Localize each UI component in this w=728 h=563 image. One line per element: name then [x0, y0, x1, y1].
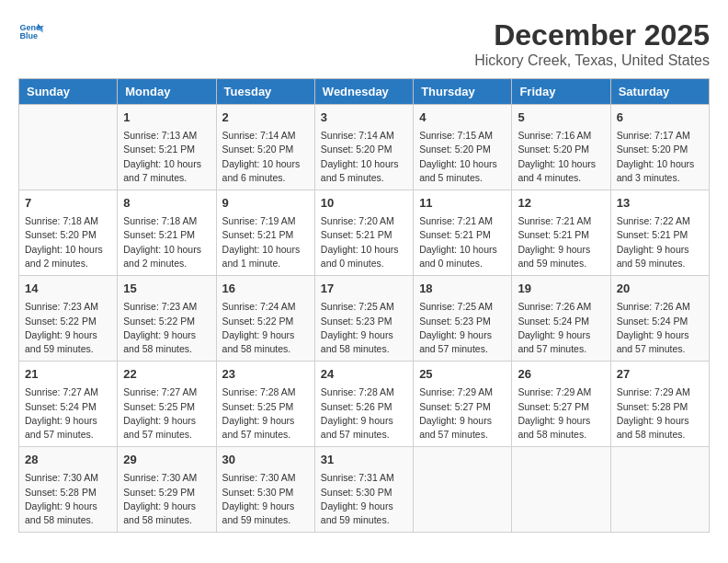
day-info: Sunrise: 7:22 AM Sunset: 5:21 PM Dayligh… [617, 214, 703, 270]
logo: General Blue [18, 18, 44, 44]
calendar-cell: 20Sunrise: 7:26 AM Sunset: 5:24 PM Dayli… [610, 276, 709, 362]
col-header-saturday: Saturday [610, 79, 709, 105]
day-info: Sunrise: 7:29 AM Sunset: 5:27 PM Dayligh… [518, 385, 604, 442]
calendar-week-row: 28Sunrise: 7:30 AM Sunset: 5:28 PM Dayli… [19, 447, 710, 533]
calendar-cell: 31Sunrise: 7:31 AM Sunset: 5:30 PM Dayli… [314, 447, 413, 533]
day-info: Sunrise: 7:31 AM Sunset: 5:30 PM Dayligh… [321, 471, 407, 527]
calendar-cell: 25Sunrise: 7:29 AM Sunset: 5:27 PM Dayli… [414, 362, 512, 447]
day-info: Sunrise: 7:29 AM Sunset: 5:28 PM Dayligh… [617, 385, 703, 442]
col-header-monday: Monday [118, 79, 216, 105]
col-header-tuesday: Tuesday [216, 79, 314, 105]
day-info: Sunrise: 7:27 AM Sunset: 5:24 PM Dayligh… [25, 385, 111, 442]
header: General Blue December 2025 Hickory Creek… [18, 18, 710, 69]
calendar-cell [19, 105, 118, 190]
calendar-cell: 12Sunrise: 7:21 AM Sunset: 5:21 PM Dayli… [512, 190, 610, 276]
calendar-cell: 23Sunrise: 7:28 AM Sunset: 5:25 PM Dayli… [216, 362, 314, 447]
calendar-cell: 18Sunrise: 7:25 AM Sunset: 5:23 PM Dayli… [414, 276, 512, 362]
calendar-week-row: 14Sunrise: 7:23 AM Sunset: 5:22 PM Dayli… [19, 276, 710, 362]
day-number: 23 [222, 366, 309, 383]
calendar-cell: 2Sunrise: 7:14 AM Sunset: 5:20 PM Daylig… [216, 105, 314, 190]
day-number: 30 [222, 452, 309, 468]
day-number: 24 [321, 366, 407, 383]
day-info: Sunrise: 7:25 AM Sunset: 5:23 PM Dayligh… [419, 300, 506, 356]
day-info: Sunrise: 7:18 AM Sunset: 5:20 PM Dayligh… [25, 214, 111, 270]
day-info: Sunrise: 7:17 AM Sunset: 5:20 PM Dayligh… [617, 129, 703, 185]
day-info: Sunrise: 7:21 AM Sunset: 5:21 PM Dayligh… [419, 214, 506, 270]
day-info: Sunrise: 7:27 AM Sunset: 5:25 PM Dayligh… [123, 385, 210, 442]
day-number: 28 [25, 452, 111, 468]
header-row: SundayMondayTuesdayWednesdayThursdayFrid… [19, 79, 710, 105]
day-info: Sunrise: 7:23 AM Sunset: 5:22 PM Dayligh… [25, 300, 111, 356]
svg-text:Blue: Blue [19, 31, 38, 40]
calendar-cell: 22Sunrise: 7:27 AM Sunset: 5:25 PM Dayli… [118, 362, 216, 447]
title-area: December 2025 Hickory Creek, Texas, Unit… [474, 18, 710, 69]
logo-icon: General Blue [18, 18, 44, 44]
day-number: 29 [123, 452, 210, 468]
day-number: 18 [419, 281, 506, 297]
day-number: 10 [321, 195, 407, 212]
calendar-cell: 9Sunrise: 7:19 AM Sunset: 5:21 PM Daylig… [216, 190, 314, 276]
calendar-week-row: 21Sunrise: 7:27 AM Sunset: 5:24 PM Dayli… [19, 362, 710, 447]
calendar-cell: 10Sunrise: 7:20 AM Sunset: 5:21 PM Dayli… [314, 190, 413, 276]
day-info: Sunrise: 7:26 AM Sunset: 5:24 PM Dayligh… [617, 300, 703, 356]
day-info: Sunrise: 7:23 AM Sunset: 5:22 PM Dayligh… [123, 300, 210, 356]
day-number: 5 [518, 109, 604, 126]
calendar-cell: 7Sunrise: 7:18 AM Sunset: 5:20 PM Daylig… [19, 190, 118, 276]
day-number: 14 [25, 281, 111, 297]
calendar-cell: 16Sunrise: 7:24 AM Sunset: 5:22 PM Dayli… [216, 276, 314, 362]
col-header-sunday: Sunday [19, 79, 118, 105]
calendar-cell: 28Sunrise: 7:30 AM Sunset: 5:28 PM Dayli… [19, 447, 118, 533]
day-number: 16 [222, 281, 309, 297]
day-number: 21 [25, 366, 111, 383]
day-info: Sunrise: 7:30 AM Sunset: 5:28 PM Dayligh… [25, 471, 111, 527]
day-number: 3 [321, 109, 407, 126]
day-number: 19 [518, 281, 604, 297]
day-number: 22 [123, 366, 210, 383]
calendar-cell: 26Sunrise: 7:29 AM Sunset: 5:27 PM Dayli… [512, 362, 610, 447]
day-number: 2 [222, 109, 309, 126]
day-info: Sunrise: 7:25 AM Sunset: 5:23 PM Dayligh… [321, 300, 407, 356]
day-number: 1 [123, 109, 210, 126]
day-number: 8 [123, 195, 210, 212]
day-info: Sunrise: 7:29 AM Sunset: 5:27 PM Dayligh… [419, 385, 506, 442]
main-title: December 2025 [474, 18, 710, 52]
day-number: 15 [123, 281, 210, 297]
day-info: Sunrise: 7:24 AM Sunset: 5:22 PM Dayligh… [222, 300, 309, 356]
day-info: Sunrise: 7:30 AM Sunset: 5:29 PM Dayligh… [123, 471, 210, 527]
day-number: 26 [518, 366, 604, 383]
day-info: Sunrise: 7:28 AM Sunset: 5:25 PM Dayligh… [222, 385, 309, 442]
calendar-cell [610, 447, 709, 533]
calendar-cell: 17Sunrise: 7:25 AM Sunset: 5:23 PM Dayli… [314, 276, 413, 362]
day-number: 17 [321, 281, 407, 297]
calendar-cell [414, 447, 512, 533]
day-number: 25 [419, 366, 506, 383]
calendar-cell: 21Sunrise: 7:27 AM Sunset: 5:24 PM Dayli… [19, 362, 118, 447]
day-number: 31 [321, 452, 407, 468]
calendar-cell: 4Sunrise: 7:15 AM Sunset: 5:20 PM Daylig… [414, 105, 512, 190]
day-info: Sunrise: 7:13 AM Sunset: 5:21 PM Dayligh… [123, 129, 210, 185]
calendar-cell: 13Sunrise: 7:22 AM Sunset: 5:21 PM Dayli… [610, 190, 709, 276]
calendar-cell: 29Sunrise: 7:30 AM Sunset: 5:29 PM Dayli… [118, 447, 216, 533]
day-number: 11 [419, 195, 506, 212]
calendar-cell: 3Sunrise: 7:14 AM Sunset: 5:20 PM Daylig… [314, 105, 413, 190]
day-number: 12 [518, 195, 604, 212]
col-header-thursday: Thursday [414, 79, 512, 105]
calendar-cell: 27Sunrise: 7:29 AM Sunset: 5:28 PM Dayli… [610, 362, 709, 447]
day-number: 13 [617, 195, 703, 212]
calendar-cell: 1Sunrise: 7:13 AM Sunset: 5:21 PM Daylig… [118, 105, 216, 190]
day-info: Sunrise: 7:15 AM Sunset: 5:20 PM Dayligh… [419, 129, 506, 185]
day-number: 20 [617, 281, 703, 297]
day-info: Sunrise: 7:30 AM Sunset: 5:30 PM Dayligh… [222, 471, 309, 527]
day-info: Sunrise: 7:18 AM Sunset: 5:21 PM Dayligh… [123, 214, 210, 270]
calendar-table: SundayMondayTuesdayWednesdayThursdayFrid… [18, 78, 710, 533]
day-info: Sunrise: 7:21 AM Sunset: 5:21 PM Dayligh… [518, 214, 604, 270]
day-number: 4 [419, 109, 506, 126]
calendar-cell: 15Sunrise: 7:23 AM Sunset: 5:22 PM Dayli… [118, 276, 216, 362]
day-info: Sunrise: 7:14 AM Sunset: 5:20 PM Dayligh… [222, 129, 309, 185]
calendar-cell: 30Sunrise: 7:30 AM Sunset: 5:30 PM Dayli… [216, 447, 314, 533]
calendar-cell: 11Sunrise: 7:21 AM Sunset: 5:21 PM Dayli… [414, 190, 512, 276]
calendar-cell: 19Sunrise: 7:26 AM Sunset: 5:24 PM Dayli… [512, 276, 610, 362]
calendar-cell: 14Sunrise: 7:23 AM Sunset: 5:22 PM Dayli… [19, 276, 118, 362]
day-number: 7 [25, 195, 111, 212]
day-info: Sunrise: 7:28 AM Sunset: 5:26 PM Dayligh… [321, 385, 407, 442]
